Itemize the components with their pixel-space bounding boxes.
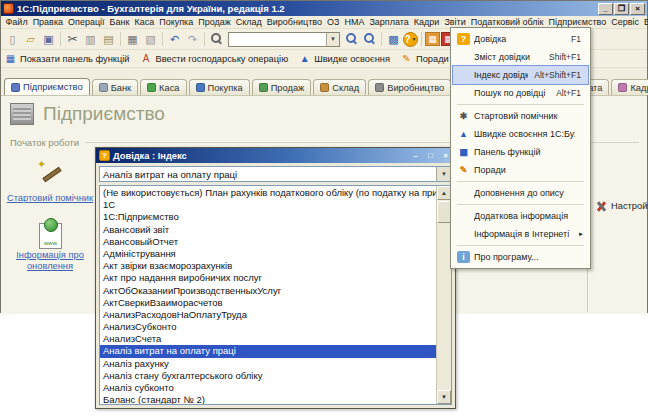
list-item[interactable]: Аналіз витрат на оплату праці bbox=[100, 345, 436, 357]
list-item[interactable]: АктОбОказанииПроизводственныхУслуг bbox=[100, 285, 436, 297]
menu-production[interactable]: Виробництво bbox=[264, 16, 324, 28]
list-item[interactable]: АнализСубконто bbox=[100, 321, 436, 333]
list-item[interactable]: Акт звірки взаєморозрахунків bbox=[100, 260, 436, 272]
menu-hr[interactable]: Кадри bbox=[411, 16, 442, 28]
menu-separator bbox=[457, 104, 584, 105]
help-dropdown-menu: ? Довідка F1 Зміст довідки Shift+F1 Інде… bbox=[450, 27, 591, 269]
update-info-icon bbox=[35, 217, 65, 247]
list-item[interactable]: 1С bbox=[100, 199, 436, 211]
new-button[interactable] bbox=[4, 31, 21, 47]
menu-separator bbox=[457, 245, 584, 246]
menu-item-description-addon[interactable]: Доповнення до опису bbox=[453, 184, 588, 202]
index-search-input[interactable]: Аналіз витрат на оплату праці bbox=[100, 169, 436, 180]
menu-item-help[interactable]: ? Довідка F1 bbox=[453, 30, 588, 48]
minimize-button[interactable]: _ bbox=[598, 3, 613, 15]
list-item[interactable]: Аналіз стану бухгалтерського обліку bbox=[100, 370, 436, 382]
search-icon[interactable] bbox=[208, 31, 225, 47]
menu-purchase[interactable]: Покупка bbox=[157, 16, 196, 28]
menu-fixed-assets[interactable]: ОЗ bbox=[324, 16, 341, 28]
scroll-up-icon[interactable]: ▲ bbox=[437, 186, 451, 200]
menu-item-help-contents[interactable]: Зміст довідки Shift+F1 bbox=[453, 48, 588, 66]
menu-item-tips[interactable]: ✎ Поради bbox=[453, 161, 588, 179]
list-item[interactable]: АнализРасходовНаОплатуТруда bbox=[100, 309, 436, 321]
print-button[interactable] bbox=[124, 31, 141, 47]
dialog-title: Довідка : Індекс bbox=[113, 151, 406, 161]
menu-intangible-assets[interactable]: НМА bbox=[342, 16, 367, 28]
list-item[interactable]: (Не використовується) План рахунків пода… bbox=[100, 187, 436, 199]
tab-cash[interactable]: Каса bbox=[140, 79, 186, 95]
undo-button[interactable] bbox=[166, 31, 183, 47]
settings-button[interactable]: Настройка... bbox=[595, 200, 648, 212]
find-button[interactable] bbox=[343, 31, 360, 47]
tab-production[interactable]: Виробництво bbox=[368, 79, 451, 95]
help-button[interactable]: ▼ bbox=[403, 32, 418, 47]
list-item[interactable]: Баланс (стандарт № 2) bbox=[100, 394, 436, 404]
menu-item-internet-info[interactable]: Інформація в Інтернеті ► bbox=[453, 225, 588, 243]
list-scrollbar[interactable]: ▲ ▼ bbox=[436, 186, 451, 404]
list-item[interactable]: Аналіз рахунку bbox=[100, 358, 436, 370]
open-button[interactable] bbox=[22, 31, 39, 47]
list-item[interactable]: АвансовыйОтчет bbox=[100, 236, 436, 248]
cut-button[interactable] bbox=[64, 31, 81, 47]
tab-warehouse[interactable]: Склад bbox=[313, 79, 366, 95]
show-function-panel-button[interactable]: ▦ Показати панель функцій bbox=[4, 53, 129, 65]
menu-item-help-index[interactable]: Індекс довідки Alt+Shift+F1 bbox=[453, 66, 588, 84]
menu-item-about[interactable]: i Про програму... bbox=[453, 248, 588, 266]
tab-bank[interactable]: Банк bbox=[92, 79, 138, 95]
list-item[interactable]: 1С:Підприємство bbox=[100, 211, 436, 223]
search-dropdown-icon[interactable]: ▼ bbox=[326, 33, 339, 46]
calculator-button[interactable] bbox=[425, 32, 440, 46]
list-item[interactable]: Авансовий звіт bbox=[100, 224, 436, 236]
enter-business-operation-button[interactable]: А Ввести господарську операцію bbox=[139, 53, 288, 65]
combobox-dropdown-icon[interactable]: ▼ bbox=[436, 167, 451, 181]
tab-enterprise[interactable]: Підприємство bbox=[4, 78, 90, 95]
close-button[interactable]: × bbox=[630, 3, 645, 15]
menu-warehouse[interactable]: Склад bbox=[233, 16, 264, 28]
menu-sale[interactable]: Продаж bbox=[196, 16, 234, 28]
refresh-button[interactable] bbox=[385, 31, 402, 47]
print-preview-button[interactable] bbox=[142, 31, 159, 47]
list-item[interactable]: АнализСчета bbox=[100, 333, 436, 345]
menu-salary[interactable]: Зарплата bbox=[367, 16, 411, 28]
start-assistant-link[interactable]: Стартовий помічник bbox=[5, 160, 95, 204]
index-search-combobox[interactable]: Аналіз витрат на оплату праці ▼ bbox=[99, 166, 452, 182]
page-title: Підприємство bbox=[43, 103, 165, 125]
list-item[interactable]: АктСверкиВзаиморасчетов bbox=[100, 297, 436, 309]
menu-item-help-search[interactable]: Пошук по довідці Alt+F1 bbox=[453, 84, 588, 102]
tab-sale[interactable]: Продаж bbox=[252, 79, 312, 95]
restore-button[interactable]: ❐ bbox=[614, 3, 629, 15]
dialog-titlebar: ? Довідка : Індекс – □ × bbox=[96, 148, 455, 163]
dialog-minimize-button[interactable]: – bbox=[409, 150, 422, 161]
tab-purchase[interactable]: Покупка bbox=[189, 79, 250, 95]
redo-button[interactable] bbox=[184, 31, 201, 47]
menu-item-additional-info[interactable]: Додаткова інформація bbox=[453, 207, 588, 225]
menu-operations[interactable]: Операції bbox=[66, 16, 108, 28]
menu-item-quick-start[interactable]: ▲ Швидке освоєння 1С:Бухгалтерія 8 bbox=[453, 125, 588, 143]
dialog-maximize-button[interactable]: □ bbox=[424, 150, 437, 161]
enterprise-tab-icon bbox=[11, 83, 20, 92]
save-button[interactable] bbox=[40, 31, 57, 47]
toolbar-search-combobox[interactable]: ▼ bbox=[228, 32, 340, 47]
menu-edit[interactable]: Правка bbox=[30, 16, 65, 28]
scrollbar-thumb[interactable] bbox=[437, 201, 451, 223]
scroll-down-icon[interactable]: ▼ bbox=[437, 390, 451, 404]
tab-hr[interactable]: Кадри bbox=[611, 79, 648, 95]
toolbar-separator bbox=[120, 32, 121, 46]
menu-service[interactable]: Сервіс bbox=[609, 16, 642, 28]
quick-start-button[interactable]: ▲ Швидке освоєння bbox=[298, 53, 390, 65]
menu-windows[interactable]: Вікна bbox=[642, 16, 648, 28]
menu-item-function-panel[interactable]: ▦ Панель функцій bbox=[453, 143, 588, 161]
list-item[interactable]: Аналіз субконто bbox=[100, 382, 436, 394]
list-item[interactable]: Акт про надання виробничих послуг bbox=[100, 272, 436, 284]
menu-file[interactable]: Файл bbox=[3, 16, 30, 28]
list-item[interactable]: Адміністрування bbox=[100, 248, 436, 260]
screen: 1С:Підприємство - Бухгалтерія для Україн… bbox=[0, 0, 648, 416]
menu-item-start-assistant[interactable]: ✱ Стартовий помічник bbox=[453, 107, 588, 125]
menu-bank[interactable]: Банк bbox=[107, 16, 132, 28]
paste-button[interactable] bbox=[100, 31, 117, 47]
find-next-button[interactable] bbox=[361, 31, 378, 47]
update-info-link[interactable]: Інформація про оновлення bbox=[5, 217, 95, 272]
tips-button[interactable]: ✎ Поради ▼ bbox=[400, 53, 457, 65]
menu-cash[interactable]: Каса bbox=[132, 16, 157, 28]
copy-button[interactable] bbox=[82, 31, 99, 47]
